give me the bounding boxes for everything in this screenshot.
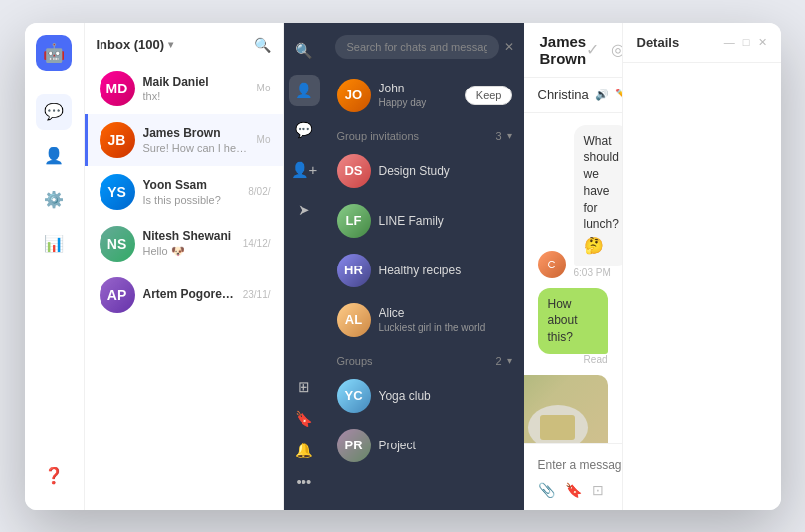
- chat-item-nitesh[interactable]: NS Nitesh Shewani Hello 🐶 14/12/: [85, 218, 283, 269]
- message-time-received: 6:03 PM: [574, 267, 622, 278]
- chat-meta-nitesh: 14/12/: [243, 238, 271, 249]
- christina-header: Christina 🔊 ✏️ 🔍 📞 🖥 ⋮: [524, 78, 622, 113]
- dark-icon-arrow[interactable]: ➤: [289, 194, 320, 226]
- sidebar: 🤖 💬 👤 ⚙️ 📊 ❓: [25, 23, 85, 510]
- contacts-icon: 👤: [44, 146, 64, 165]
- group-invitations-chevron-icon: ▾: [507, 130, 512, 141]
- avatar-artem: AP: [100, 277, 135, 313]
- contact-info-line: LINE Family: [379, 214, 512, 228]
- chat-name-artem: Artem Pogorelly: [143, 287, 235, 301]
- contact-info-healthy: Healthy recipes: [379, 264, 512, 277]
- chat-time-james: Mo: [257, 134, 271, 145]
- chat-time-yoon: 8/02/: [248, 186, 270, 197]
- keep-button-john[interactable]: Keep: [465, 86, 512, 105]
- groups-section-header[interactable]: Groups 2 ▾: [325, 345, 524, 371]
- help-icon: ❓: [44, 466, 64, 485]
- avatar-yoga-club: YC: [337, 379, 371, 413]
- contacts-panel: ✕ JO John Happy day Keep Group invitatio…: [325, 23, 524, 510]
- group-invitations-label: Group invitations: [337, 130, 420, 142]
- contact-name-alice: Alice: [379, 306, 512, 320]
- message-content-received: What should we have for lunch? 🤔 6:03 PM: [574, 125, 622, 278]
- avatar-line-family: LF: [337, 204, 371, 238]
- attach-icon[interactable]: 📎: [538, 482, 555, 498]
- sidebar-item-help[interactable]: ❓: [36, 458, 72, 494]
- avatar-nitesh: NS: [100, 226, 135, 262]
- close-search-icon[interactable]: ✕: [504, 40, 514, 54]
- contacts-search-bar: ✕: [325, 23, 524, 71]
- chat-name-james: James Brown: [143, 126, 249, 140]
- chat-time-artem: 23/11/: [243, 289, 271, 300]
- maximize-icon[interactable]: □: [743, 36, 750, 49]
- message-content-sent-text: How about this? Read: [538, 288, 608, 365]
- chat-icon: 💬: [44, 102, 64, 121]
- chat-preview-yoon: Is this possible?: [143, 194, 241, 206]
- chat-info-artem: Artem Pogorelly: [143, 287, 235, 303]
- chat-info-maik: Maik Daniel thx!: [143, 75, 249, 102]
- check-icon[interactable]: ✓: [586, 40, 599, 59]
- group-line-family[interactable]: LF LINE Family: [325, 196, 524, 246]
- dark-icon-search[interactable]: 🔍: [289, 35, 320, 67]
- dark-icon-bookmark[interactable]: 🔖: [289, 403, 320, 435]
- food-image: [524, 375, 608, 443]
- screenshot-icon[interactable]: ⊡: [592, 482, 604, 498]
- contact-john[interactable]: JO John Happy day Keep: [325, 71, 524, 120]
- contact-info-yoga: Yoga club: [379, 389, 512, 403]
- group-invitations-header[interactable]: Group invitations 3 ▾: [325, 120, 524, 146]
- close-icon[interactable]: ✕: [758, 36, 767, 49]
- inbox-label-container[interactable]: Inbox (100) ▾: [97, 37, 174, 52]
- chat-item-artem[interactable]: AP Artem Pogorelly 23/11/: [85, 269, 283, 321]
- message-row-sent-text: How about this? Read: [538, 288, 608, 365]
- message-read-status-text: Read: [538, 354, 608, 365]
- message-text-received: What should we have for lunch?: [584, 134, 619, 232]
- chat-item-yoon[interactable]: YS Yoon Ssam Is this possible? 8/02/: [85, 166, 283, 218]
- dark-icon-person[interactable]: 👤: [289, 75, 320, 106]
- group-healthy-recipes[interactable]: HR Healthy recipes: [325, 246, 524, 295]
- group-design-study[interactable]: DS Design Study: [325, 146, 524, 196]
- bookmark-icon-input[interactable]: 🔖: [565, 482, 582, 498]
- contact-info-john: John Happy day: [379, 82, 457, 108]
- avatar-john: JO: [337, 79, 371, 112]
- chat-name-yoon: Yoon Ssam: [143, 178, 241, 192]
- contact-name-healthy: Healthy recipes: [379, 264, 512, 277]
- chat-meta-artem: 23/11/: [243, 289, 271, 300]
- settings-icon: ⚙️: [44, 190, 64, 209]
- minimize-icon[interactable]: —: [724, 36, 735, 49]
- group-project[interactable]: PR Project: [325, 421, 524, 470]
- contact-name-john: John: [379, 82, 457, 95]
- contacts-search-input[interactable]: [335, 35, 499, 59]
- message-bubble-sent-text: How about this?: [538, 288, 608, 354]
- contact-name-yoga: Yoga club: [379, 389, 512, 403]
- chat-preview-nitesh: Hello 🐶: [143, 245, 235, 258]
- message-input-area: 😊 📎 🔖 ⊡: [524, 443, 622, 510]
- chat-info-yoon: Yoon Ssam Is this possible?: [143, 178, 241, 206]
- contact-sub-john: Happy day: [379, 97, 457, 108]
- details-panel: Details — □ ✕: [622, 23, 781, 510]
- chat-meta-maik: Mo: [257, 83, 271, 93]
- sidebar-item-chat[interactable]: 💬: [36, 94, 72, 130]
- dark-icon-message[interactable]: 💬: [289, 114, 320, 146]
- chat-meta-yoon: 8/02/: [248, 186, 270, 197]
- dark-icon-more[interactable]: •••: [289, 466, 320, 498]
- contact-alice[interactable]: AL Alice Luckiest girl in the world: [325, 295, 524, 345]
- dark-icon-grid[interactable]: ⊞: [289, 371, 320, 403]
- chat-name-maik: Maik Daniel: [143, 75, 249, 89]
- details-title: Details: [637, 35, 680, 50]
- avatar-maik: MD: [100, 71, 135, 106]
- chat-info-james: James Brown Sure! How can I help you?: [143, 126, 249, 154]
- chat-item-maik[interactable]: MD Maik Daniel thx! Mo: [85, 63, 283, 114]
- sidebar-item-stats[interactable]: 📊: [36, 226, 72, 262]
- sidebar-item-contacts[interactable]: 👤: [36, 138, 72, 174]
- dark-icon-add-contact[interactable]: 👤+: [289, 154, 320, 186]
- messages-area: C What should we have for lunch? 🤔 6:03 …: [524, 113, 622, 443]
- sidebar-item-settings[interactable]: ⚙️: [36, 182, 72, 218]
- dark-icon-bell[interactable]: 🔔: [289, 435, 320, 466]
- chat-preview-james: Sure! How can I help you?: [143, 142, 249, 154]
- chat-time-maik: Mo: [257, 83, 271, 93]
- group-yoga-club[interactable]: YC Yoga club: [325, 371, 524, 421]
- avatar-yoon: YS: [100, 174, 135, 210]
- chat-item-james[interactable]: JB James Brown Sure! How can I help you?…: [85, 114, 283, 166]
- contact-name-line: LINE Family: [379, 214, 512, 228]
- groups-label: Groups: [337, 355, 373, 367]
- search-icon[interactable]: 🔍: [254, 37, 271, 53]
- message-bubble-received: What should we have for lunch? 🤔: [574, 125, 622, 266]
